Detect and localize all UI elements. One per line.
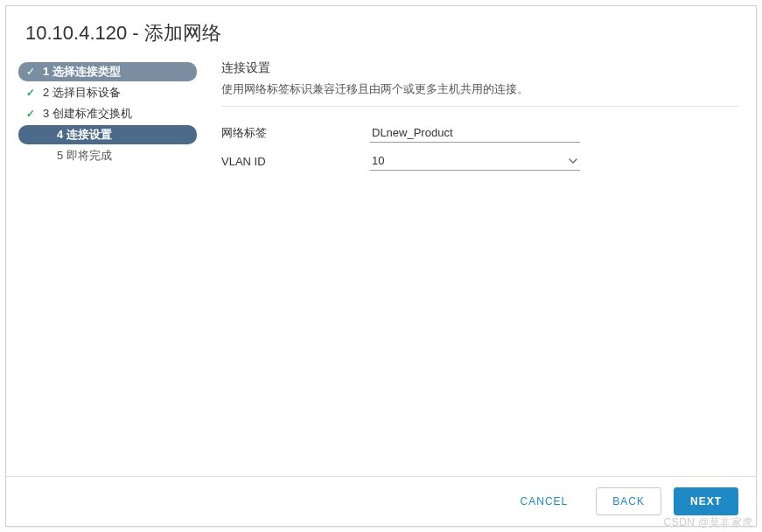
check-icon: ✓	[25, 108, 36, 120]
add-network-dialog: 10.10.4.120 - 添加网络 ✓ 1 选择连接类型 ✓ 2 选择目标设备…	[5, 5, 757, 527]
step-label: 2 选择目标设备	[43, 85, 121, 101]
row-vlan-id: VLAN ID 10	[221, 147, 738, 175]
vlan-id-select[interactable]: 10	[370, 151, 580, 171]
vlan-id-label: VLAN ID	[221, 155, 370, 168]
check-icon: ✓	[25, 66, 36, 78]
step-create-standard-switch[interactable]: ✓ 3 创建标准交换机	[18, 104, 197, 123]
dialog-body: ✓ 1 选择连接类型 ✓ 2 选择目标设备 ✓ 3 创建标准交换机 ✓ 4 连接…	[6, 57, 756, 476]
back-button[interactable]: BACK	[596, 487, 661, 515]
step-label: 1 选择连接类型	[43, 64, 121, 80]
dialog-title: 10.10.4.120 - 添加网络	[6, 6, 756, 57]
vlan-id-value: 10	[372, 154, 384, 167]
next-button[interactable]: NEXT	[674, 487, 738, 515]
network-label-label: 网络标签	[221, 125, 370, 141]
step-select-connection-type[interactable]: ✓ 1 选择连接类型	[18, 62, 197, 81]
step-select-target-device[interactable]: ✓ 2 选择目标设备	[18, 83, 197, 102]
chevron-down-icon	[568, 156, 578, 166]
step-label: 4 连接设置	[57, 127, 112, 143]
step-ready-to-complete: ✓ 5 即将完成	[18, 146, 197, 165]
cancel-button[interactable]: CANCEL	[505, 488, 584, 514]
step-label: 5 即将完成	[57, 148, 112, 164]
check-icon: ✓	[25, 87, 36, 99]
panel-description: 使用网络标签标识兼容迁移且由两个或更多主机共用的连接。	[221, 81, 738, 97]
divider	[221, 106, 738, 107]
main-panel: 连接设置 使用网络标签标识兼容迁移且由两个或更多主机共用的连接。 网络标签 VL…	[206, 57, 756, 476]
wizard-steps-sidebar: ✓ 1 选择连接类型 ✓ 2 选择目标设备 ✓ 3 创建标准交换机 ✓ 4 连接…	[6, 57, 206, 476]
dialog-footer: CANCEL BACK NEXT	[6, 476, 756, 526]
row-network-label: 网络标签	[221, 119, 738, 147]
step-connection-settings[interactable]: ✓ 4 连接设置	[18, 125, 197, 144]
step-label: 3 创建标准交换机	[43, 106, 132, 122]
network-label-input[interactable]	[370, 123, 580, 143]
panel-heading: 连接设置	[221, 60, 738, 76]
